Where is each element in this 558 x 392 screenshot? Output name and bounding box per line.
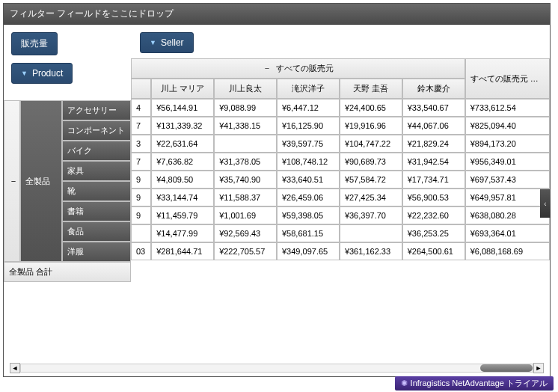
data-cell: ¥9,088.99 bbox=[214, 99, 277, 117]
row-header-table: −全製品アクセサリーコンポーネントバイク家具靴書籍食品洋服全製品 合計 bbox=[4, 100, 131, 282]
category-row-header[interactable]: 洋服 bbox=[62, 242, 131, 262]
grand-total-col-header: すべての販売元 合計 bbox=[465, 58, 550, 99]
seller-dropdown[interactable]: ▼Seller bbox=[140, 32, 194, 53]
data-cell: ¥58,681.15 bbox=[277, 224, 340, 242]
data-cell: ¥36,253.25 bbox=[402, 224, 465, 242]
data-cell bbox=[214, 135, 277, 153]
category-row-header[interactable]: アクセサリー bbox=[62, 100, 131, 120]
data-cell: ¥17,734.71 bbox=[402, 171, 465, 189]
scroll-track[interactable] bbox=[20, 364, 533, 373]
data-cell: ¥131,339.32 bbox=[151, 117, 214, 135]
chevron-down-icon: ▼ bbox=[21, 70, 28, 77]
row-total-cell: ¥697,537.43 bbox=[465, 171, 550, 189]
truncated-cell: 03 bbox=[131, 242, 151, 260]
product-label: Product bbox=[32, 68, 63, 79]
gear-icon: ✺ bbox=[401, 379, 408, 388]
data-cell: ¥14,477.99 bbox=[151, 224, 214, 242]
collapse-icon[interactable]: − bbox=[263, 64, 272, 73]
table-row: 7¥131,339.32¥41,338.15¥16,125.90¥19,916.… bbox=[131, 117, 550, 135]
grand-total-col-cell: ¥361,162.33 bbox=[340, 242, 402, 260]
row-total-cell: ¥894,173.20 bbox=[465, 135, 550, 153]
table-row: 7¥7,636.82¥31,378.05¥108,748.12¥90,689.7… bbox=[131, 153, 550, 171]
truncated-cell: 9 bbox=[131, 171, 151, 189]
grand-total-col-cell: ¥281,644.71 bbox=[151, 242, 214, 260]
data-cell: ¥22,232.60 bbox=[402, 206, 465, 224]
seller-col-header[interactable]: 鈴木慶介 bbox=[402, 79, 465, 99]
truncated-cell: 9 bbox=[131, 189, 151, 206]
data-cell: ¥26,459.06 bbox=[277, 189, 340, 206]
category-row-header[interactable]: バイク bbox=[62, 141, 131, 161]
category-row-header[interactable]: 家具 bbox=[62, 161, 131, 181]
data-cell: ¥59,398.05 bbox=[277, 206, 340, 224]
side-expander[interactable]: ‹ bbox=[540, 189, 551, 218]
hidden-col-header bbox=[131, 79, 151, 99]
table-row: ¥14,477.99¥92,569.43¥58,681.15¥36,253.25… bbox=[131, 224, 550, 242]
pivot-grid: −すべての販売元 すべての販売元 合計 川上 マリア川上良太滝沢洋子天野 圭吾鈴… bbox=[131, 58, 550, 260]
table-row: 3¥22,631.64¥39,597.75¥104,747.22¥21,829.… bbox=[131, 135, 550, 153]
data-cell: ¥31,942.54 bbox=[402, 153, 465, 171]
row-total-cell: ¥693,364.01 bbox=[465, 224, 550, 242]
column-group-header[interactable]: −すべての販売元 bbox=[131, 58, 465, 79]
horizontal-scrollbar[interactable]: ◄ ► bbox=[10, 363, 544, 373]
row-headers-block: ▼Product −全製品アクセサリーコンポーネントバイク家具靴書籍食品洋服全製… bbox=[4, 58, 131, 282]
pivot-root: フィルター フィールドをここにドロップ 販売量 ▼Seller ▼Product… bbox=[3, 3, 551, 377]
data-cell: ¥7,636.82 bbox=[151, 153, 214, 171]
row-total-cell: ¥733,612.54 bbox=[465, 99, 550, 117]
data-cell: ¥16,125.90 bbox=[277, 117, 340, 135]
row-total-cell: ¥825,094.40 bbox=[465, 117, 550, 135]
filter-drop-area[interactable]: フィルター フィールドをここにドロップ bbox=[4, 4, 550, 25]
data-cell: ¥57,584.72 bbox=[340, 171, 402, 189]
seller-col-header[interactable]: 川上良太 bbox=[214, 79, 277, 99]
collapse-icon: − bbox=[9, 177, 18, 186]
grand-total-row-label: 全製品 合計 bbox=[4, 262, 131, 282]
data-cell: ¥36,397.70 bbox=[340, 206, 402, 224]
category-row-header[interactable]: 食品 bbox=[62, 221, 131, 242]
table-row: 9¥33,144.74¥11,588.37¥26,459.06¥27,425.3… bbox=[131, 189, 550, 206]
category-row-header[interactable]: コンポーネント bbox=[62, 120, 131, 141]
sales-volume-button[interactable]: 販売量 bbox=[11, 32, 58, 55]
data-cell: ¥22,631.64 bbox=[151, 135, 214, 153]
truncated-cell: 7 bbox=[131, 153, 151, 171]
trial-badge[interactable]: ✺ Infragistics NetAdvantage トライアル bbox=[395, 376, 554, 391]
row-group-label[interactable]: 全製品 bbox=[20, 100, 62, 262]
data-cell: ¥19,916.96 bbox=[340, 117, 402, 135]
row-total-cell: ¥956,349.01 bbox=[465, 153, 550, 171]
data-cell: ¥33,540.67 bbox=[402, 99, 465, 117]
data-cell: ¥4,809.50 bbox=[151, 171, 214, 189]
data-cell: ¥92,569.43 bbox=[214, 224, 277, 242]
row-total-cell: ¥638,080.28 bbox=[465, 206, 550, 224]
grand-total-col-cell: ¥264,500.61 bbox=[402, 242, 465, 260]
seller-col-header[interactable]: 滝沢洋子 bbox=[277, 79, 340, 99]
data-cell: ¥108,748.12 bbox=[277, 153, 340, 171]
row-header-row: −全製品アクセサリー bbox=[4, 100, 131, 120]
table-row: 9¥4,809.50¥35,740.90¥33,640.51¥57,584.72… bbox=[131, 171, 550, 189]
pivot-body: ▼Product −全製品アクセサリーコンポーネントバイク家具靴書籍食品洋服全製… bbox=[4, 58, 550, 282]
product-dropdown[interactable]: ▼Product bbox=[11, 63, 73, 84]
data-cell: ¥104,747.22 bbox=[340, 135, 402, 153]
data-cell: ¥33,640.51 bbox=[277, 171, 340, 189]
category-row-header[interactable]: 書籍 bbox=[62, 201, 131, 221]
data-cell: ¥44,067.06 bbox=[402, 117, 465, 135]
scroll-left-arrow[interactable]: ◄ bbox=[10, 363, 20, 373]
data-cell: ¥31,378.05 bbox=[214, 153, 277, 171]
seller-col-header[interactable]: 川上 マリア bbox=[151, 79, 214, 99]
seller-label: Seller bbox=[161, 37, 184, 48]
grid-container: −すべての販売元 すべての販売元 合計 川上 マリア川上良太滝沢洋子天野 圭吾鈴… bbox=[131, 58, 550, 260]
scroll-right-arrow[interactable]: ► bbox=[533, 363, 544, 373]
scroll-thumb[interactable] bbox=[480, 364, 533, 372]
category-row-header[interactable]: 靴 bbox=[62, 181, 131, 201]
data-cell bbox=[340, 224, 402, 242]
data-cell: ¥90,689.73 bbox=[340, 153, 402, 171]
data-cell: ¥35,740.90 bbox=[214, 171, 277, 189]
data-cell: ¥33,144.74 bbox=[151, 189, 214, 206]
row-group-expander[interactable]: − bbox=[4, 100, 20, 262]
seller-col-header[interactable]: 天野 圭吾 bbox=[340, 79, 402, 99]
grand-total-col-cell: ¥349,097.65 bbox=[277, 242, 340, 260]
data-cell: ¥1,001.69 bbox=[214, 206, 277, 224]
column-group-label: すべての販売元 bbox=[276, 64, 334, 73]
data-cell: ¥56,900.53 bbox=[402, 189, 465, 206]
data-cell: ¥56,144.91 bbox=[151, 99, 214, 117]
grand-total-row-header: 全製品 合計 bbox=[4, 262, 131, 282]
table-row: 4¥56,144.91¥9,088.99¥6,447.12¥24,400.65¥… bbox=[131, 99, 550, 117]
data-cell: ¥39,597.75 bbox=[277, 135, 340, 153]
